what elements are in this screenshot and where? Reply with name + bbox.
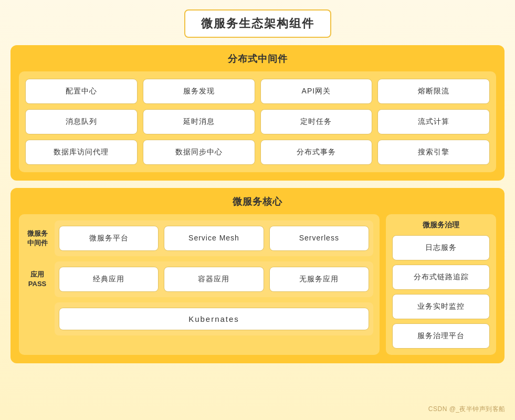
middleware-row-cards: 微服务平台Service MeshServerless	[55, 220, 373, 256]
microcore-left: 微服务中间件 微服务平台Service MeshServerless 应用PAS…	[19, 214, 380, 355]
watermark: CSDN @_夜半钟声到客船	[428, 405, 506, 414]
governance-card: 服务治理平台	[392, 323, 490, 349]
governance-cards: 日志服务分布式链路追踪业务实时监控服务治理平台	[392, 235, 490, 349]
middleware-card: 消息队列	[25, 109, 138, 134]
governance-panel: 微服务治理 日志服务分布式链路追踪业务实时监控服务治理平台	[386, 214, 496, 355]
middleware-card: 服务发现	[143, 79, 255, 104]
middleware-card: 流式计算	[377, 109, 490, 134]
app-row-group: 应用PASS 经典应用容器应用无服务应用	[25, 261, 373, 297]
distributed-middleware-section: 分布式中间件 配置中心服务发现API网关熔断限流消息队列延时消息定时任务流式计算…	[10, 45, 505, 181]
governance-card: 分布式链路追踪	[392, 265, 490, 290]
governance-card: 日志服务	[392, 235, 490, 260]
governance-card: 业务实时监控	[392, 294, 490, 319]
distributed-middleware-title: 分布式中间件	[19, 52, 496, 65]
middleware-row-label: 微服务中间件	[25, 229, 49, 248]
middleware-card: API网关	[260, 79, 373, 104]
middleware-card: 数据同步中心	[143, 140, 255, 165]
middleware-card: 数据库访问代理	[25, 140, 138, 165]
middleware-card: 熔断限流	[377, 79, 490, 104]
app-row-card: 经典应用	[59, 267, 159, 292]
microservice-core-title: 微服务核心	[19, 195, 496, 208]
middleware-row-card: Service Mesh	[164, 226, 264, 251]
page-title: 微服务生态架构组件	[184, 9, 331, 38]
middleware-card: 分布式事务	[260, 140, 373, 165]
app-row-card: 容器应用	[164, 267, 264, 292]
microservice-core-section: 微服务核心 微服务中间件 微服务平台Service MeshServerless…	[10, 188, 505, 363]
kubernetes-card: Kubernates	[59, 308, 369, 330]
app-row-label: 应用PASS	[25, 270, 49, 289]
middleware-row-group: 微服务中间件 微服务平台Service MeshServerless	[25, 220, 373, 256]
app-row-cards: 经典应用容器应用无服务应用	[55, 261, 373, 297]
kubernetes-row-cards: Kubernates	[55, 302, 373, 335]
middleware-grid: 配置中心服务发现API网关熔断限流消息队列延时消息定时任务流式计算数据库访问代理…	[19, 71, 496, 172]
microcore-body: 微服务中间件 微服务平台Service MeshServerless 应用PAS…	[19, 214, 496, 355]
middleware-row-card: Serverless	[269, 226, 369, 251]
middleware-card: 搜索引擎	[377, 140, 490, 165]
middleware-row-card: 微服务平台	[59, 226, 159, 251]
middleware-card: 定时任务	[260, 109, 373, 134]
middleware-card: 配置中心	[25, 79, 138, 104]
middleware-card: 延时消息	[143, 109, 255, 134]
kubernetes-wrapper: Kubernates	[55, 302, 373, 335]
governance-title: 微服务治理	[392, 220, 490, 230]
app-row-card: 无服务应用	[269, 267, 369, 292]
